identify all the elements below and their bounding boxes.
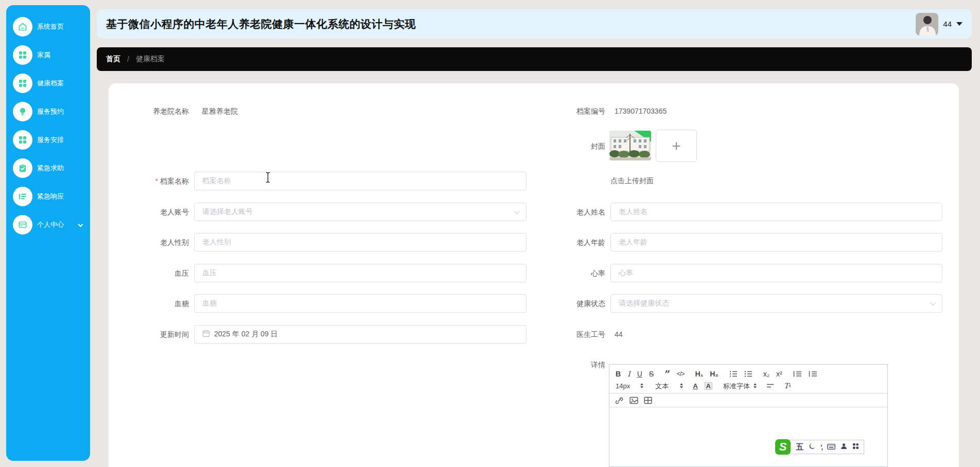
heart-rate-input[interactable]: 心率 <box>610 264 942 282</box>
sidebar-item-emergency-response[interactable]: 紧急响应 <box>6 182 90 210</box>
user-id-label: 44 <box>943 20 952 28</box>
sidebar-item-label: 服务安排 <box>37 135 64 145</box>
bullet-list-button[interactable] <box>744 370 752 378</box>
link-button[interactable] <box>616 396 624 404</box>
user-dropdown[interactable]: 44 <box>916 13 962 35</box>
list-icon <box>13 187 32 206</box>
blood-sugar-input[interactable]: 血糖 <box>194 294 527 313</box>
ordered-list-button[interactable] <box>729 370 738 378</box>
night-mode-icon[interactable] <box>809 442 815 452</box>
video-button[interactable] <box>644 397 652 404</box>
punctuation-button[interactable]: ’, <box>820 443 822 451</box>
bold-button[interactable]: B <box>616 370 621 378</box>
elder-name-input[interactable]: 老人姓名 <box>610 203 942 221</box>
home-icon <box>13 17 32 37</box>
health-status-select[interactable]: 请选择健康状态 <box>610 294 942 313</box>
elder-age-input[interactable]: 老人年龄 <box>610 233 942 252</box>
archive-name-input[interactable]: 档案名称 <box>194 172 527 190</box>
calendar-icon <box>202 330 210 339</box>
highlight-button[interactable]: A <box>705 382 712 390</box>
elder-account-select[interactable]: 请选择老人账号 <box>194 203 527 221</box>
chevron-down-icon[interactable] <box>78 222 83 227</box>
text-color-button[interactable]: A <box>693 383 697 389</box>
align-select[interactable] <box>766 383 774 389</box>
header1-button[interactable]: H₁ <box>695 370 703 378</box>
sidebar-item-home[interactable]: 系统首页 <box>6 12 90 41</box>
field-label-archive-name: *档案名称 <box>118 172 189 190</box>
sidebar-item-label: 服务预约 <box>37 107 64 116</box>
update-time-picker[interactable]: 2025 年 02 月 09 日 <box>194 325 527 344</box>
elder-gender-input[interactable]: 老人性别 <box>194 233 527 252</box>
image-button[interactable] <box>629 397 638 404</box>
page: 系统首页 家属 健康档案 服务预约 服务安排 <box>0 0 980 467</box>
sidebar-item-service-schedule[interactable]: 服务安排 <box>6 125 90 154</box>
chevron-down-icon <box>514 208 520 214</box>
breadcrumb: 首页 / 健康档案 <box>97 47 972 71</box>
sidebar-item-emergency-help[interactable]: 紧急求助 <box>6 154 90 182</box>
required-asterisk: * <box>155 177 158 185</box>
sidebar: 系统首页 家属 健康档案 服务预约 服务安排 <box>6 5 90 461</box>
code-button[interactable]: </> <box>677 371 684 377</box>
cover-thumbnail[interactable] <box>609 131 651 160</box>
strikethrough-button[interactable]: S <box>649 370 654 378</box>
format-select[interactable]: 文本 <box>655 383 683 389</box>
sidebar-item-label: 个人中心 <box>37 220 64 229</box>
sidebar-item-label: 健康档案 <box>37 79 64 88</box>
card-icon <box>13 215 32 235</box>
text-cursor-icon <box>265 172 271 185</box>
field-label-update-time: 更新时间 <box>118 325 189 344</box>
breadcrumb-separator: / <box>127 55 129 63</box>
field-label-blood-pressure: 血压 <box>118 264 189 282</box>
cover-upload-button[interactable]: + <box>656 130 697 162</box>
clear-format-button[interactable]: Tx <box>784 382 791 389</box>
ime-menu-icon[interactable] <box>852 442 859 452</box>
breadcrumb-home[interactable]: 首页 <box>106 55 120 64</box>
field-label-elder-name: 老人姓名 <box>525 203 605 221</box>
sidebar-item-personal-center[interactable]: 个人中心 <box>6 210 90 239</box>
field-label-doctor-no: 医生工号 <box>525 325 605 344</box>
bulb-icon <box>13 102 32 121</box>
cover-upload-hint: 点击上传封面 <box>610 171 654 190</box>
blood-pressure-input[interactable]: 血压 <box>194 264 527 282</box>
editor-content[interactable] <box>609 407 887 466</box>
update-time-value: 2025 年 02 月 09 日 <box>214 330 278 339</box>
font-size-select[interactable]: 14px <box>616 383 643 389</box>
plus-icon: + <box>672 138 681 154</box>
underline-button[interactable]: U <box>637 370 642 378</box>
sidebar-item-label: 家属 <box>37 50 50 60</box>
field-label-blood-sugar: 血糖 <box>118 294 189 313</box>
superscript-button[interactable]: x² <box>776 370 782 378</box>
outdent-button[interactable] <box>793 370 802 378</box>
sidebar-item-service-booking[interactable]: 服务预约 <box>6 97 90 125</box>
field-label-elder-gender: 老人性别 <box>118 233 189 252</box>
italic-button[interactable]: I <box>627 370 631 378</box>
field-label-archive-no: 档案编号 <box>525 102 605 120</box>
font-family-select[interactable]: 标准字体 <box>723 383 757 389</box>
grid-icon <box>13 45 32 65</box>
sidebar-item-label: 系统首页 <box>37 22 64 31</box>
doctor-no-value: 44 <box>615 325 623 344</box>
keyboard-icon[interactable] <box>827 442 835 452</box>
blockquote-button[interactable]: ” <box>664 369 670 379</box>
caret-down-icon <box>956 22 962 26</box>
field-label-heart-rate: 心率 <box>525 264 605 282</box>
indent-button[interactable] <box>809 370 817 378</box>
field-label-detail: 详情 <box>525 360 605 370</box>
field-label-health-status: 健康状态 <box>525 294 605 313</box>
updown-arrows-icon <box>754 383 757 388</box>
page-title: 基于微信小程序的中老年人养老院健康一体化系统的设计与实现 <box>106 17 416 31</box>
wubi-mode-button[interactable]: 五 <box>796 442 803 452</box>
nursing-home-value: 星雅养老院 <box>202 102 238 120</box>
field-label-elder-account: 老人账号 <box>118 203 189 221</box>
breadcrumb-current: 健康档案 <box>136 55 165 64</box>
subscript-button[interactable]: x₂ <box>763 370 769 378</box>
sidebar-item-label: 紧急求助 <box>37 164 64 173</box>
avatar[interactable] <box>916 13 938 35</box>
header2-button[interactable]: H₂ <box>710 370 718 378</box>
sogou-logo-icon[interactable]: S <box>775 439 791 455</box>
sidebar-item-family[interactable]: 家属 <box>6 41 90 69</box>
sidebar-item-health-records[interactable]: 健康档案 <box>6 69 90 97</box>
account-icon[interactable] <box>841 442 847 452</box>
updown-arrows-icon <box>640 383 643 388</box>
grid-icon <box>13 74 32 93</box>
